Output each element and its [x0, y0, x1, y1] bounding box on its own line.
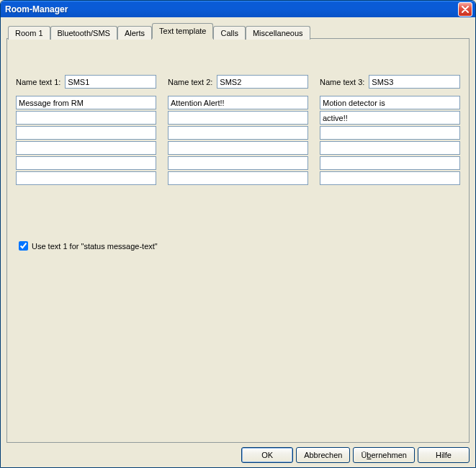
- text3-line6[interactable]: [320, 171, 460, 185]
- tab-body: Name text 1:: [6, 38, 470, 443]
- text-column-2: Name text 2:: [168, 75, 308, 186]
- text-column-3: Name text 3:: [320, 75, 460, 186]
- name-text-1-input[interactable]: [65, 75, 156, 89]
- tab-label: Bluetooth/SMS: [58, 29, 110, 37]
- text2-line5[interactable]: [168, 156, 308, 170]
- close-button[interactable]: [458, 2, 472, 17]
- name-text-2-input[interactable]: [217, 75, 308, 89]
- use-text1-status-label[interactable]: Use text 1 for "status message-text": [32, 242, 158, 251]
- text3-line3[interactable]: [320, 126, 460, 140]
- tab-calls[interactable]: Calls: [213, 26, 245, 40]
- text2-line1[interactable]: [168, 96, 308, 109]
- text2-line6[interactable]: [168, 171, 308, 185]
- tab-container: Room 1 Bluetooth/SMS Alerts Text templat…: [6, 23, 470, 443]
- text1-line4[interactable]: [16, 141, 156, 155]
- tab-label: Alerts: [125, 29, 145, 37]
- window-title: Room-Manager: [5, 4, 458, 14]
- tab-bluetooth-sms[interactable]: Bluetooth/SMS: [50, 26, 117, 40]
- name-text-3-label: Name text 3:: [320, 78, 364, 86]
- checkbox-row: Use text 1 for "status message-text": [16, 241, 460, 251]
- text2-line4[interactable]: [168, 141, 308, 155]
- text1-line5[interactable]: [16, 156, 156, 170]
- text2-line2[interactable]: [168, 111, 308, 125]
- text1-line6[interactable]: [16, 171, 156, 185]
- window: Room-Manager Room 1 Bluetooth/SMS Alerts…: [0, 0, 476, 468]
- ok-button[interactable]: OK: [241, 447, 293, 463]
- dialog-button-row: OK Abbrechen Übernehmen Hilfe: [6, 443, 470, 463]
- client-area: Room 1 Bluetooth/SMS Alerts Text templat…: [1, 17, 475, 467]
- tab-text-template[interactable]: Text template: [152, 23, 213, 39]
- use-text1-status-checkbox[interactable]: [19, 241, 28, 251]
- name-text-1-label: Name text 1:: [16, 78, 60, 86]
- help-button[interactable]: Hilfe: [418, 447, 470, 463]
- text3-line4[interactable]: [320, 141, 460, 155]
- apply-button[interactable]: Übernehmen: [353, 447, 415, 463]
- titlebar: Room-Manager: [1, 1, 475, 17]
- text2-line3[interactable]: [168, 126, 308, 140]
- tab-label: Miscellaneous: [253, 29, 303, 37]
- name-text-2-label: Name text 2:: [168, 78, 212, 86]
- tab-label: Text template: [159, 27, 206, 35]
- text1-line2[interactable]: [16, 111, 156, 125]
- tab-miscellaneous[interactable]: Miscellaneous: [246, 26, 310, 40]
- text-template-columns: Name text 1:: [16, 75, 460, 186]
- tab-room1[interactable]: Room 1: [8, 26, 50, 40]
- tab-label: Calls: [220, 29, 238, 37]
- tab-alerts[interactable]: Alerts: [117, 26, 152, 40]
- text1-line1[interactable]: [16, 96, 156, 109]
- text3-line5[interactable]: [320, 156, 460, 170]
- text3-line1[interactable]: [320, 96, 460, 109]
- text1-line3[interactable]: [16, 126, 156, 140]
- text3-line2[interactable]: [320, 111, 460, 125]
- cancel-button[interactable]: Abbrechen: [296, 447, 350, 463]
- text-column-1: Name text 1:: [16, 75, 156, 186]
- tab-strip: Room 1 Bluetooth/SMS Alerts Text templat…: [6, 23, 470, 39]
- close-icon: [462, 6, 469, 13]
- name-text-3-input[interactable]: [369, 75, 460, 89]
- tab-label: Room 1: [15, 29, 43, 37]
